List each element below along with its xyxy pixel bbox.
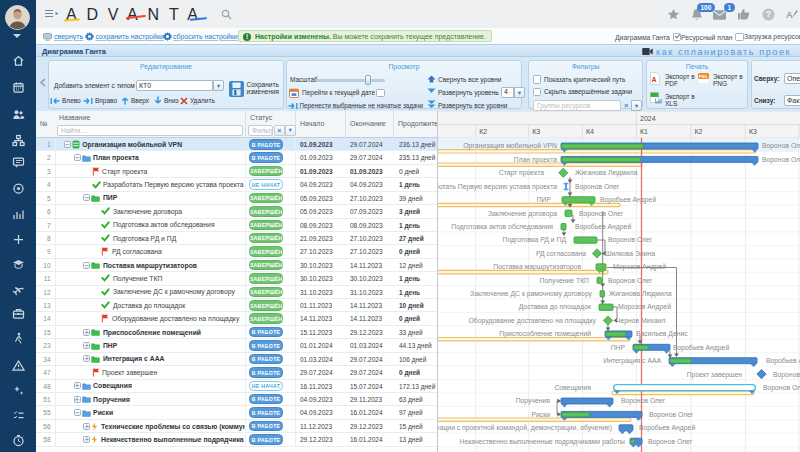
svg-text:Жиганова Людмила: Жиганова Людмила xyxy=(575,169,638,177)
svg-text:Приспособление помещений: Приспособление помещений xyxy=(499,330,591,338)
svg-text:Морозов Андрей: Морозов Андрей xyxy=(613,263,666,271)
svg-text:Воронов Олег: Воронов Олег xyxy=(608,277,653,285)
svg-text:Интеграция с ААА: Интеграция с ААА xyxy=(603,357,661,365)
svg-text:A: A xyxy=(786,10,793,20)
svg-text:Заключение ДС к рамочному дого: Заключение ДС к рамочному договору xyxy=(470,290,593,298)
svg-text:Воронов Олег: Воронов Олег xyxy=(608,236,653,244)
svg-text:К4: К4 xyxy=(586,128,594,135)
svg-text:К2: К2 xyxy=(694,128,702,135)
svg-text:Получение ТКП: Получение ТКП xyxy=(540,277,590,285)
svg-text:Проект завершен: Проект завершен xyxy=(687,371,743,379)
svg-text:К3: К3 xyxy=(749,128,757,135)
svg-text:Воронов Олег: Воронов Олег xyxy=(649,411,694,419)
svg-text:Разработать Первую версию уста: Разработать Первую версию устава проекта xyxy=(438,183,557,191)
svg-text:Риски: Риски xyxy=(532,411,551,418)
svg-text:Воронов Олег: Воронов Олег xyxy=(579,210,624,218)
svg-text:ПНР: ПНР xyxy=(611,344,626,351)
svg-text:PNG: PNG xyxy=(699,75,707,79)
svg-text:Воронов Олег: Воронов Олег xyxy=(773,371,800,379)
svg-text:Совещания: Совещания xyxy=(554,384,591,392)
svg-text:К3: К3 xyxy=(532,128,540,135)
svg-text:Жиганова Людмила: Жиганова Людмила xyxy=(609,290,672,298)
svg-text:?: ? xyxy=(766,9,771,19)
svg-text:План проекта: План проекта xyxy=(514,156,557,164)
svg-text:Воробьев Андрей: Воробьев Андрей xyxy=(575,223,631,231)
svg-text:Некачественно выполненные подр: Некачественно выполненные подрядчиками р… xyxy=(460,438,626,446)
svg-text:Организация мобильной VPN: Организация мобильной VPN xyxy=(463,142,557,150)
svg-text:Воронов Олег: Воронов Олег xyxy=(648,438,693,446)
svg-text:Подготовка актов обследования: Подготовка актов обследования xyxy=(451,223,553,231)
svg-text:Морозов Андрей: Морозов Андрей xyxy=(618,303,671,311)
svg-text:Поставка маршрутизаторов: Поставка маршрутизаторов xyxy=(493,263,581,271)
svg-text:К2: К2 xyxy=(479,128,487,135)
svg-text:РД согласована: РД согласована xyxy=(536,250,586,258)
svg-text:Шилкова Элина: Шилкова Элина xyxy=(605,250,655,257)
svg-text:Оборудование доставлено на пло: Оборудование доставлено на площадку xyxy=(469,317,597,325)
svg-text:ПИР: ПИР xyxy=(537,196,552,203)
svg-text:Заключение договора: Заключение договора xyxy=(488,210,557,218)
svg-text:Васильев Денис: Васильев Денис xyxy=(636,330,688,338)
svg-text:Воронов Олег: Воронов Олег xyxy=(762,156,800,164)
svg-text:Воронов Олег: Воронов Олег xyxy=(763,384,800,392)
svg-text:Старт проекта: Старт проекта xyxy=(499,169,544,177)
svg-text:Воробьев Андрей: Воробьев Андрей xyxy=(600,196,656,204)
svg-text:Поручения: Поручения xyxy=(516,397,551,405)
svg-text:2024: 2024 xyxy=(640,115,656,122)
svg-text:Воронов Олег: Воронов Олег xyxy=(621,397,666,405)
svg-text:Воробьев Андрей: Воробьев Андрей xyxy=(639,424,695,432)
svg-text:Подготовка РД и ПД: Подготовка РД и ПД xyxy=(503,236,567,244)
svg-text:Технические проблемы со связью: Технические проблемы со связью (коммуник… xyxy=(438,424,612,432)
svg-text:Воронов Олег: Воронов Олег xyxy=(575,183,620,191)
svg-text:A: A xyxy=(652,76,657,83)
svg-text:К1: К1 xyxy=(640,128,648,135)
svg-text:Воробьев Андрей: Воробьев Андрей xyxy=(673,344,729,352)
svg-text:Доставка до площадок: Доставка до площадок xyxy=(519,303,591,311)
svg-text:Воробьев Андрей: Воробьев Андрей xyxy=(766,357,800,365)
svg-text:Чернов Михаил: Чернов Михаил xyxy=(616,317,665,325)
svg-text:Воронов Олег: Воронов Олег xyxy=(762,142,800,150)
